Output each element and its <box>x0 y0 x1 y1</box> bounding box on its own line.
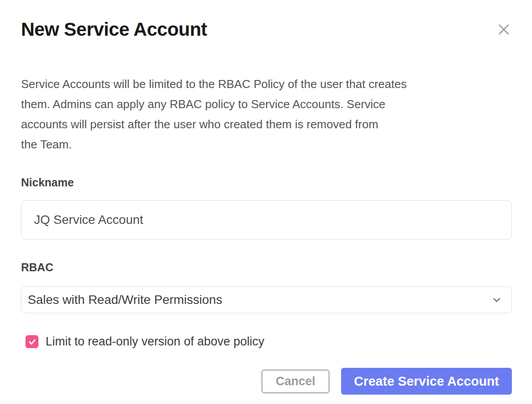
modal-footer: Cancel Create Service Account <box>21 368 512 395</box>
new-service-account-modal: New Service Account Service Accounts wil… <box>0 0 532 404</box>
nickname-label: Nickname <box>21 176 512 189</box>
description-line: them. Admins can apply any RBAC policy t… <box>21 94 512 114</box>
close-button[interactable] <box>496 21 512 38</box>
read-only-checkbox-row[interactable]: Limit to read-only version of above poli… <box>21 335 264 349</box>
read-only-checkbox[interactable] <box>25 335 38 348</box>
modal-title: New Service Account <box>21 19 207 40</box>
modal-header: New Service Account <box>21 19 512 40</box>
cancel-button[interactable]: Cancel <box>262 370 329 393</box>
description-line: Service Accounts will be limited to the … <box>21 74 512 94</box>
rbac-label: RBAC <box>21 261 512 274</box>
modal-description: Service Accounts will be limited to the … <box>21 74 512 155</box>
create-service-account-button[interactable]: Create Service Account <box>341 368 512 395</box>
close-icon <box>498 30 510 37</box>
rbac-select[interactable]: Sales with Read/Write Permissions <box>21 286 512 313</box>
chevron-down-icon <box>492 295 502 305</box>
nickname-input[interactable] <box>21 200 512 240</box>
read-only-checkbox-label: Limit to read-only version of above poli… <box>46 335 264 349</box>
description-line: accounts will persist after the user who… <box>21 114 512 135</box>
description-line: the Team. <box>21 135 512 155</box>
rbac-selected-option: Sales with Read/Write Permissions <box>28 293 492 307</box>
checkmark-icon <box>28 337 37 346</box>
